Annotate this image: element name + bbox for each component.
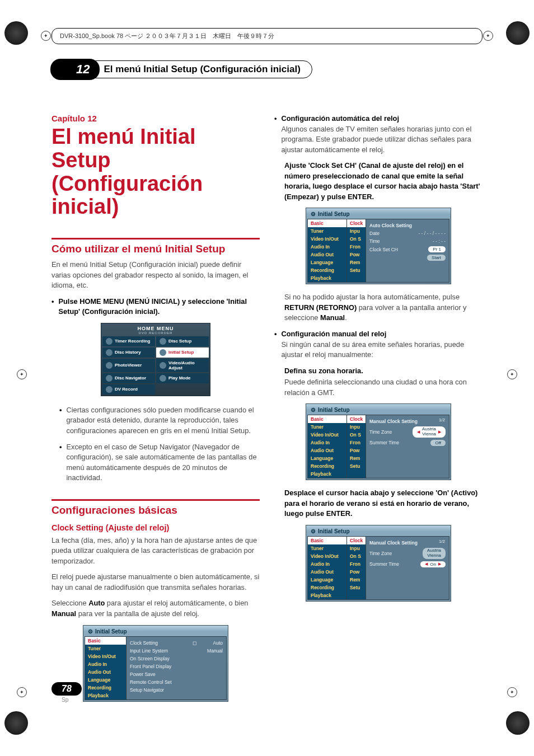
osd-heading: Auto Clock Setting [369, 222, 446, 229]
osd-row-summer-time: Summer Time◀On▶ [369, 560, 446, 569]
bullet-heading: Configuración manual del reloj [281, 330, 386, 338]
osd-side-item: Fron [347, 243, 366, 251]
osd-side-item: On S [347, 235, 366, 243]
osd-side-item: On S [347, 552, 366, 560]
osd-manual-clock-timezone: ⚙Initial Setup 1/2 Basic Tuner Video In/… [306, 403, 451, 480]
home-menu-title: HOME MENU [102, 325, 209, 331]
paragraph: Seleccione Auto para ajustar el reloj au… [51, 598, 260, 619]
step-text: Pulse HOME MENU (MENÚ INICIAL) y selecci… [58, 297, 260, 317]
osd-side-item: Video In/Out [308, 552, 346, 560]
photo-icon [106, 362, 113, 369]
osd-sidebar-secondary: Clock Inpu On S Fron Pow Rem Setu [347, 415, 366, 478]
osd-option-manual: ◻ Manual [193, 647, 223, 655]
osd-manual-clock-summertime: ⚙Initial Setup 1/2 Basic Tuner Video In/… [306, 525, 451, 602]
osd-side-item: Audio In [308, 243, 346, 251]
print-corner-tl [4, 21, 28, 45]
osd-side-item: Basic [85, 637, 126, 645]
osd-side-item: Rem [347, 259, 366, 266]
step-bullet: • Pulse HOME MENU (MENÚ INICIAL) y selec… [51, 297, 260, 317]
osd-side-item: Tuner [308, 227, 346, 235]
osd-chip: ◀Austria Vienna▶ [413, 426, 446, 438]
osd-row-clock-set-ch: Clock Set CHPr 1 [369, 245, 446, 253]
osd-sidebar-secondary: Clock Inpu On S Fron Pow Rem Setu [347, 537, 366, 599]
osd-side-item: Basic [308, 537, 346, 544]
dv-icon [106, 386, 113, 393]
osd-side-item: Playback [308, 274, 346, 282]
note-text: Ciertas configuraciones sólo pueden modi… [66, 405, 260, 436]
osd-title: ⚙Initial Setup [307, 405, 449, 415]
gear-icon [160, 349, 166, 356]
osd-side-item: Tuner [85, 645, 126, 652]
osd-menu-item: Setup Navigator [130, 686, 188, 694]
gear-icon: ⚙ [311, 407, 316, 413]
page-language: Sp [62, 697, 82, 703]
gear-icon: ⚙ [311, 211, 316, 217]
left-column: Capítulo 12 El menú Initial Setup (Confi… [51, 114, 260, 710]
registration-mark-tl [41, 31, 51, 41]
triangle-right-icon: ▶ [438, 430, 441, 434]
home-item-video-audio-adjust: Video/Audio Adjust [156, 359, 209, 372]
osd-row-start: Start [369, 253, 446, 262]
osd-side-item: Playback [308, 470, 346, 478]
osd-side-item: Tuner [308, 544, 346, 552]
paragraph: En el menú Initial Setup (Configuración … [51, 260, 260, 291]
osd-heading: Manual Clock Setting [369, 539, 446, 547]
osd-row-date: Date- - / - - / - - - - [369, 229, 446, 237]
print-corner-bl [4, 711, 28, 735]
osd-menu-item: On Screen Display [130, 655, 188, 663]
osd-sidebar-secondary: Clock Inpu On S Fron Pow Rem Setu [347, 219, 366, 282]
paragraph: Si ningún canal de su área emite señales… [281, 340, 464, 359]
rule [51, 499, 260, 501]
osd-side-item: Clock [347, 219, 366, 227]
instruction-bold: Defina su zona horaria. [274, 366, 483, 377]
osd-side-item: Setu [347, 584, 366, 591]
clock-icon [106, 338, 113, 345]
osd-row-summer-time: Summer TimeOff [369, 439, 446, 447]
osd-side-item: Setu [347, 266, 366, 274]
page-header: 12 El menú Initial Setup (Configuración … [50, 59, 312, 80]
osd-side-item: Pow [347, 447, 366, 454]
osd-row-timezone: Time Zone◀Austria Vienna▶ [369, 425, 446, 439]
right-column: • Configuración automática del reloj Alg… [274, 114, 483, 710]
page-number-value: 78 [51, 682, 82, 696]
bullet-icon: • [51, 297, 54, 317]
paragraph: Puede definirla seleccionando una ciudad… [274, 377, 483, 398]
osd-menu-item: Remote Control Set [130, 678, 188, 686]
osd-side-item: Clock [347, 415, 366, 423]
chapter-number-tab: 12 [50, 59, 100, 80]
doc-info-bar: DVR-3100_Sp.book 78 ページ ２００３年７月３１日 木曜日 午… [51, 28, 483, 44]
osd-page-indicator: 1/2 [439, 539, 445, 544]
osd-chip: Start [427, 255, 446, 261]
paragraph: El reloj puede ajustarse manualmente o b… [51, 572, 260, 593]
heading-clock-setting: Clock Setting (Ajuste del reloj) [51, 523, 260, 532]
osd-side-item: Basic [308, 415, 346, 423]
note-bullet: • Excepto en el caso de Setup Navigator … [51, 442, 260, 483]
osd-side-item: Audio Out [308, 568, 346, 576]
osd-side-item: Clock [347, 537, 366, 544]
instruction-bold: Desplace el cursor hacia abajo y selecci… [274, 488, 483, 519]
registration-mark-left [17, 369, 27, 379]
osd-sidebar: Basic Tuner Video In/Out Audio In Audio … [308, 219, 347, 282]
home-item-initial-setup: Initial Setup [156, 348, 209, 358]
note-bullet: • Ciertas configuraciones sólo pueden mo… [51, 405, 260, 436]
osd-side-item: Video In/Out [308, 431, 346, 439]
osd-side-item: Rem [347, 454, 366, 462]
play-icon [160, 375, 166, 382]
page-number: 78 Sp [51, 682, 82, 703]
registration-mark-bl [17, 687, 27, 697]
osd-side-item: Tuner [308, 423, 346, 431]
osd-side-item: Language [308, 454, 346, 462]
osd-side-item: Pow [347, 568, 366, 576]
osd-side-item: Audio Out [308, 447, 346, 454]
osd-auto-clock-setting: ⚙Initial Setup Basic Tuner Video In/Out … [306, 208, 451, 284]
bullet-icon: • [59, 405, 62, 436]
instruction-bold: Ajuste 'Clock Set CH' (Canal de ajuste d… [274, 161, 483, 202]
osd-side-item: Rem [347, 576, 366, 584]
osd-side-item: Fron [347, 560, 366, 568]
home-item-disc-history: Disc History [102, 348, 155, 358]
osd-menu-item: Clock Setting [130, 639, 188, 647]
history-icon [106, 349, 113, 356]
osd-title: ⚙ Initial Setup [85, 627, 227, 636]
registration-mark-right [507, 369, 517, 379]
osd-side-item: On S [347, 431, 366, 439]
